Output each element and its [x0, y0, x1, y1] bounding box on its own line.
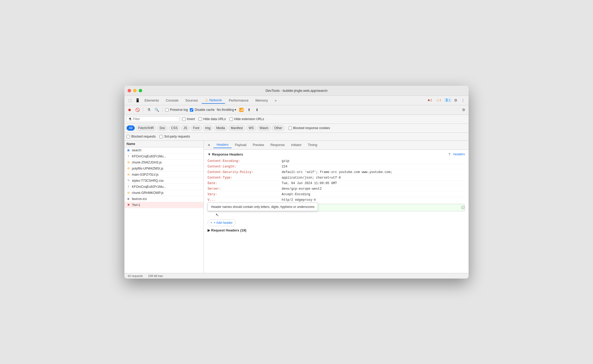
throttle-selector[interactable]: No throttling ▾: [217, 108, 236, 112]
third-party-label[interactable]: 3rd-party requests: [159, 135, 190, 138]
element-picker-icon[interactable]: ⬚: [127, 97, 133, 104]
detail-tab-bar: ✕ Headers Payload Preview Response Initi…: [204, 141, 469, 150]
type-btn-font[interactable]: Font: [191, 125, 202, 131]
hide-data-urls-label[interactable]: Hide data URLs: [199, 117, 226, 121]
js-icon: ⊞: [127, 167, 130, 170]
custom-header-value-input[interactable]: [263, 206, 461, 210]
separator-2: [162, 107, 163, 112]
cursor-area: ↖: [208, 212, 465, 218]
help-icon[interactable]: ?: [448, 152, 450, 156]
titlebar: DevTools - bubble-jingle.web.app/search: [124, 86, 469, 96]
tab-response[interactable]: Response: [267, 142, 288, 148]
type-btn-css[interactable]: CSS: [169, 125, 180, 131]
type-btn-media[interactable]: Media: [214, 125, 227, 131]
device-toolbar-icon[interactable]: 📱: [134, 97, 141, 104]
list-item[interactable]: ⊞ polyfills-UPW4ZMSI.js: [124, 166, 204, 172]
preserve-log-checkbox[interactable]: [165, 108, 169, 112]
warning-count[interactable]: ⚠ 3: [435, 98, 442, 103]
type-btn-wasm[interactable]: Wasm: [257, 125, 271, 131]
add-header-button[interactable]: + + Add header: [208, 219, 236, 226]
more-options-icon[interactable]: ⋮: [460, 97, 466, 104]
tab-elements[interactable]: Elements: [141, 97, 162, 103]
list-item[interactable]: T KFOmCnqEu92Fr1Mu...: [124, 184, 204, 190]
filter-funnel-icon: ⚗: [128, 117, 132, 121]
type-btn-other[interactable]: Other: [272, 125, 285, 131]
hide-data-urls-checkbox[interactable]: [199, 117, 202, 121]
disable-cache-checkbox[interactable]: [190, 108, 193, 112]
list-item-selected[interactable]: ✖ ?lvl=1: [124, 202, 204, 208]
ico-icon: ◉: [127, 197, 130, 201]
throttle-arrow: ▾: [235, 108, 236, 112]
tab-console[interactable]: Console: [163, 97, 182, 103]
tab-payload[interactable]: Payload: [232, 142, 249, 148]
disable-cache-label[interactable]: Disable cache: [190, 108, 214, 112]
clear-button[interactable]: 🚫: [134, 107, 140, 113]
doc-icon: ▣: [127, 148, 130, 152]
preserve-log-label[interactable]: Preserve log: [165, 108, 188, 112]
list-item[interactable]: ▣ search: [124, 147, 204, 153]
list-item[interactable]: ◉ favicon.ico: [124, 196, 204, 202]
hide-extension-checkbox[interactable]: [230, 117, 233, 121]
list-item[interactable]: ✎ styles-T73CSHRQ.css: [124, 178, 204, 184]
filter-row: ⚗ Invert Hide data URLs Hide extension U…: [124, 115, 469, 124]
error-counts: ✖ 2 ⚠ 3 🗄 1: [426, 98, 452, 103]
type-btn-fetch[interactable]: Fetch/XHR: [136, 125, 156, 131]
custom-header-name-input[interactable]: [213, 206, 251, 210]
tab-memory[interactable]: Memory: [252, 97, 271, 103]
delete-header-button[interactable]: ✖: [208, 206, 211, 210]
statusbar: 10 requests 238 kB tran: [124, 273, 469, 279]
upload-icon[interactable]: ⬆: [246, 107, 252, 113]
tab-sources[interactable]: Sources: [182, 97, 201, 103]
minimize-button[interactable]: [133, 89, 137, 92]
table-row: Content-Length: 224: [208, 164, 465, 170]
filter-icon[interactable]: ⚗: [146, 107, 152, 113]
request-headers-title[interactable]: ▶ Request Headers (19): [208, 228, 465, 232]
list-item[interactable]: ⊞ main-G3PZY5LV.js: [124, 172, 204, 178]
blocked-requests-label[interactable]: Blocked requests: [127, 135, 156, 138]
headers-file-link[interactable]: .headers: [452, 152, 465, 156]
invert-label[interactable]: Invert: [182, 117, 195, 121]
type-btn-doc[interactable]: Doc: [157, 125, 168, 131]
tab-initiator[interactable]: Initiator: [288, 142, 304, 148]
type-btn-js[interactable]: JS: [181, 125, 190, 131]
blocked-requests-checkbox[interactable]: [127, 135, 130, 138]
blocked-cookies-checkbox[interactable]: [288, 126, 292, 130]
font-icon: T: [127, 154, 130, 158]
type-btn-img[interactable]: Img: [203, 125, 213, 131]
maximize-button[interactable]: [139, 89, 142, 92]
header-info-icon[interactable]: ⓘ: [461, 205, 465, 210]
blocked-cookies-label[interactable]: Blocked response cookies: [288, 126, 330, 130]
detail-close-button[interactable]: ✕: [206, 142, 212, 148]
third-party-checkbox[interactable]: [159, 135, 163, 138]
list-item[interactable]: ⊞ chunk-GRHMKOWP.js: [124, 190, 204, 196]
tab-network[interactable]: ⚠ Network: [202, 97, 225, 104]
error-count[interactable]: ✖ 2: [426, 98, 433, 103]
list-item[interactable]: T KFOmCnqEu92Fr1Mu...: [124, 153, 204, 160]
invert-checkbox[interactable]: [182, 117, 186, 121]
file-list-header: Name: [124, 141, 204, 147]
tab-headers[interactable]: Headers: [213, 142, 232, 148]
list-item[interactable]: ⊞ chunk-Z5WZJGHS.js: [124, 160, 204, 166]
settings-icon[interactable]: ⚙: [452, 97, 459, 104]
close-button[interactable]: [128, 89, 131, 92]
type-btn-all[interactable]: All: [127, 125, 135, 131]
hide-extension-label[interactable]: Hide extension URLs: [230, 117, 264, 121]
type-btn-manifest[interactable]: Manifest: [228, 125, 245, 131]
type-btn-ws[interactable]: WS: [246, 125, 256, 131]
filter-input[interactable]: [133, 117, 173, 121]
response-headers-title: ▼ Response Headers: [208, 152, 243, 156]
record-button[interactable]: ⏺: [127, 107, 132, 113]
network-settings-icon[interactable]: ⚙: [461, 107, 466, 113]
tab-more[interactable]: »: [272, 97, 280, 103]
tab-timing[interactable]: Timing: [305, 142, 321, 148]
tab-preview[interactable]: Preview: [250, 142, 267, 148]
download-icon[interactable]: ⬇: [254, 107, 260, 113]
collapse-icon[interactable]: ▼: [208, 152, 211, 156]
network-icon-1[interactable]: 📶: [238, 107, 244, 113]
mouse-cursor-icon: ↖: [215, 212, 219, 217]
info-count[interactable]: 🗄 1: [444, 98, 452, 102]
search-icon[interactable]: 🔍: [154, 107, 160, 113]
tab-performance[interactable]: Performance: [226, 97, 251, 103]
filter-box[interactable]: ⚗: [127, 116, 179, 122]
devtools-tab-bar: ⬚ 📱 Elements Console Sources ⚠ Network P…: [124, 96, 469, 105]
